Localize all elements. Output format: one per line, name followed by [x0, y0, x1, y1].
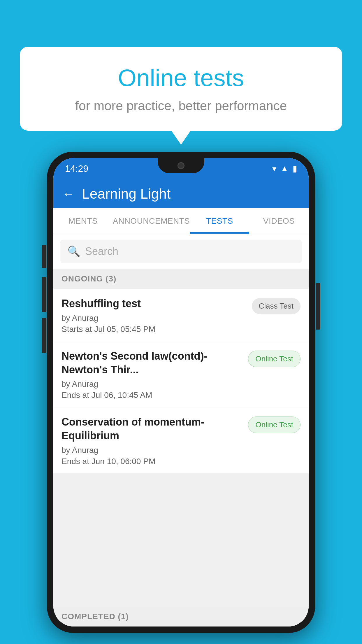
power-button[interactable] [316, 283, 320, 330]
test-info: Newton's Second law(contd)-Newton's Thir… [61, 349, 243, 400]
test-author: by Anurag [61, 446, 243, 455]
search-container: 🔍 Search [53, 234, 309, 269]
test-item[interactable]: Conservation of momentum-Equilibrium by … [53, 407, 309, 473]
app-bar: ← Learning Light [53, 179, 309, 208]
test-info: Reshuffling test by Anurag Starts at Jul… [61, 297, 247, 334]
battery-icon: ▮ [293, 164, 297, 174]
status-time: 14:29 [65, 163, 88, 174]
extra-button[interactable] [42, 318, 46, 353]
test-item[interactable]: Newton's Second law(contd)-Newton's Thir… [53, 341, 309, 407]
test-badge-class: Class Test [252, 298, 301, 314]
ongoing-section-header: ONGOING (3) [53, 269, 309, 289]
speech-bubble-title: Online tests [34, 64, 328, 92]
phone-screen: 14:29 ▾ ▲ ▮ ← Learning Light [53, 158, 309, 626]
search-icon: 🔍 [67, 245, 80, 258]
speech-bubble-subtitle: for more practice, better performance [34, 99, 328, 113]
test-time: Ends at Jun 10, 06:00 PM [61, 457, 243, 466]
test-badge-online-2: Online Test [248, 416, 301, 433]
notch [158, 158, 204, 173]
test-badge-online: Online Test [248, 351, 301, 367]
speech-bubble: Online tests for more practice, better p… [20, 47, 342, 131]
test-item[interactable]: Reshuffling test by Anurag Starts at Jul… [53, 289, 309, 341]
signal-icon: ▲ [280, 164, 289, 173]
search-placeholder: Search [85, 245, 118, 258]
test-name: Conservation of momentum-Equilibrium [61, 415, 243, 443]
completed-section-header: COMPLETED (1) [53, 607, 309, 626]
tabs-bar: MENTS ANNOUNCEMENTS TESTS VIDEOS [53, 208, 309, 234]
test-author: by Anurag [61, 379, 243, 389]
test-list: Reshuffling test by Anurag Starts at Jul… [53, 289, 309, 473]
tab-ments[interactable]: MENTS [53, 208, 113, 234]
test-name: Reshuffling test [61, 297, 247, 311]
volume-down-button[interactable] [42, 277, 46, 312]
test-info: Conservation of momentum-Equilibrium by … [61, 415, 243, 466]
volume-up-button[interactable] [42, 245, 46, 268]
test-time: Ends at Jul 06, 10:45 AM [61, 391, 243, 400]
wifi-icon: ▾ [272, 164, 276, 174]
tab-tests[interactable]: TESTS [190, 208, 249, 234]
test-name: Newton's Second law(contd)-Newton's Thir… [61, 349, 243, 377]
camera-icon [178, 162, 184, 169]
phone: 14:29 ▾ ▲ ▮ ← Learning Light [47, 152, 315, 633]
test-author: by Anurag [61, 314, 247, 323]
tab-announcements[interactable]: ANNOUNCEMENTS [113, 208, 190, 234]
status-bar: 14:29 ▾ ▲ ▮ [53, 158, 309, 179]
tab-videos[interactable]: VIDEOS [249, 208, 309, 234]
search-bar[interactable]: 🔍 Search [60, 240, 302, 263]
app-bar-title: Learning Light [82, 186, 171, 202]
speech-bubble-container: Online tests for more practice, better p… [20, 47, 342, 131]
test-time: Starts at Jul 05, 05:45 PM [61, 325, 247, 334]
phone-outer: 14:29 ▾ ▲ ▮ ← Learning Light [47, 152, 315, 633]
back-button[interactable]: ← [62, 186, 75, 201]
status-icons: ▾ ▲ ▮ [272, 164, 297, 174]
